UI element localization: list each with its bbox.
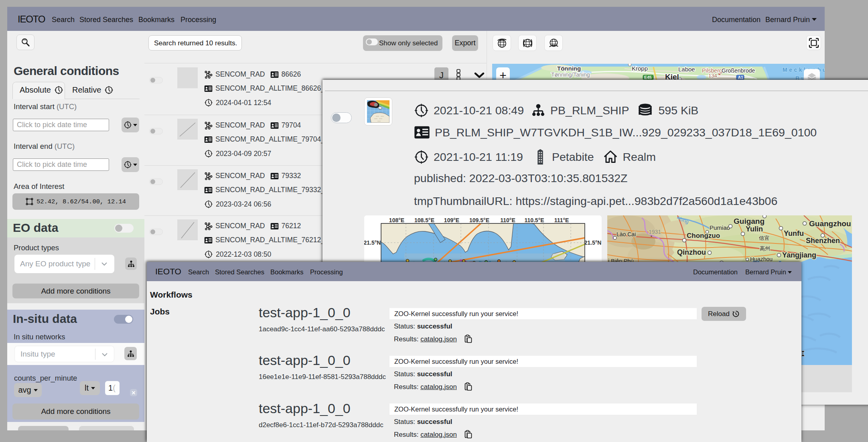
svg-text:高州: 高州 [760,245,770,251]
svg-text:109.5°E: 109.5°E [469,217,489,223]
svg-text:Shenzhen: Shenzhen [806,237,840,245]
svg-text:108°E: 108°E [389,217,404,223]
svg-text:Pumiao: Pumiao [710,224,730,231]
svg-text:1931: 1931 [649,229,661,235]
svg-text:Chongzuo: Chongzuo [687,232,720,239]
svg-text:Laboe: Laboe [678,66,695,73]
svg-text:110°E: 110°E [500,217,515,223]
svg-text:信宜: 信宜 [758,235,769,241]
svg-text:Tønning/Taning: Tønning/Taning [551,71,590,78]
svg-text:21.5°N: 21.5°N [364,239,381,246]
svg-text:Kropp: Kropp [632,65,648,72]
svg-text:110.5°E: 110.5°E [524,217,544,223]
svg-text:Qinzhou: Qinzhou [677,248,706,256]
svg-text:Yulin: Yulin [746,225,763,233]
svg-text:108.5°E: 108.5°E [414,217,434,223]
svg-text:Lào Cai: Lào Cai [617,231,636,237]
svg-text:Yangjiang: Yangjiang [782,251,816,259]
svg-text:Großenbrode: Großenbrode [722,67,755,74]
svg-text:134: 134 [708,73,717,79]
svg-text:Yunfu: Yunfu [784,229,804,237]
svg-text:Tönning: Tönning [557,65,581,72]
svg-text:Guigang: Guigang [734,217,765,225]
svg-text:21.5°N: 21.5°N [584,239,602,246]
svg-text:109°E: 109°E [444,217,459,223]
svg-text:E45: E45 [644,75,652,80]
svg-text:Guangzhou: Guangzhou [809,219,851,228]
svg-text:111°E: 111°E [554,217,569,223]
svg-text:A1: A1 [738,75,744,80]
